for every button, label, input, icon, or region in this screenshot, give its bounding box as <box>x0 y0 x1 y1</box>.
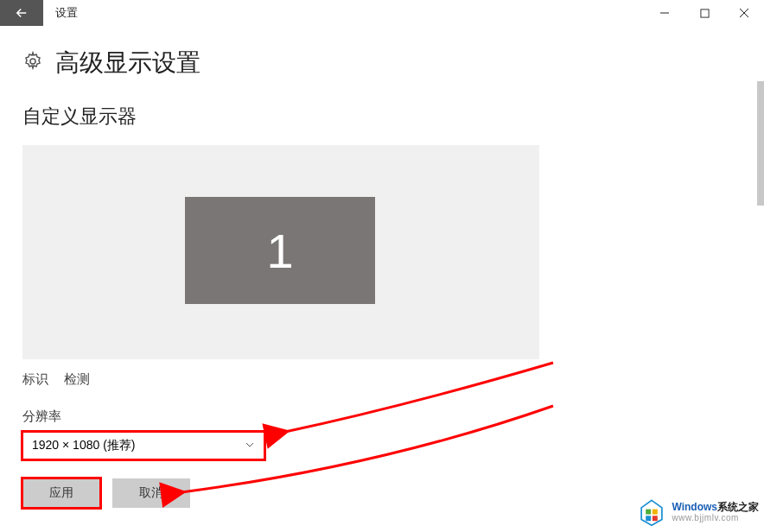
scrollbar-thumb[interactable] <box>757 81 764 206</box>
close-button[interactable] <box>724 0 764 26</box>
minimize-button[interactable] <box>645 0 684 26</box>
monitor-number: 1 <box>266 223 293 279</box>
page-title: 高级显示设置 <box>55 47 201 79</box>
monitor-tile-1[interactable]: 1 <box>185 197 375 304</box>
resolution-label: 分辨率 <box>22 408 742 425</box>
watermark-logo-icon <box>637 497 666 527</box>
apply-button[interactable]: 应用 <box>22 478 100 508</box>
detect-link[interactable]: 检测 <box>64 371 90 388</box>
svg-rect-3 <box>653 510 658 515</box>
svg-rect-5 <box>653 516 658 521</box>
display-arrangement-canvas[interactable]: 1 <box>22 145 539 359</box>
section-title: 自定义显示器 <box>22 104 742 130</box>
close-icon <box>739 8 749 18</box>
svg-point-1 <box>30 59 35 64</box>
svg-rect-2 <box>646 510 652 515</box>
cancel-button[interactable]: 取消 <box>112 478 190 508</box>
watermark: Windows系统之家 www.bjjmlv.com <box>637 497 759 527</box>
identify-link[interactable]: 标识 <box>22 371 48 388</box>
minimize-icon <box>659 8 670 18</box>
svg-rect-0 <box>700 9 708 16</box>
chevron-down-icon <box>245 439 255 453</box>
window-title: 设置 <box>43 0 78 26</box>
maximize-button[interactable] <box>684 0 724 26</box>
resolution-selected: 1920 × 1080 (推荐) <box>32 438 135 453</box>
resolution-dropdown[interactable]: 1920 × 1080 (推荐) <box>22 432 264 459</box>
gear-icon <box>22 51 43 75</box>
back-button[interactable] <box>0 0 43 26</box>
svg-rect-4 <box>646 516 652 521</box>
back-arrow-icon <box>14 5 29 21</box>
maximize-icon <box>700 9 710 18</box>
